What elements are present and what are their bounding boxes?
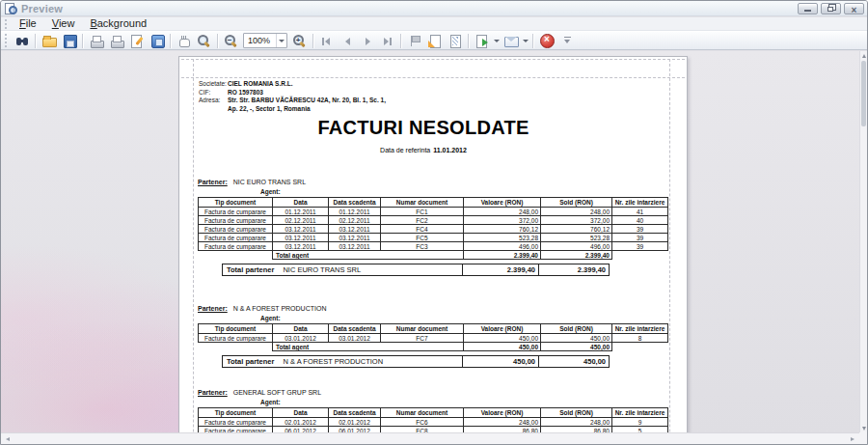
empty-cell <box>199 343 273 351</box>
societate-value: CIEL ROMANIA S.R.L. <box>228 80 387 89</box>
prev-page-button[interactable] <box>337 32 357 49</box>
report-page: Societate: CIEL ROMANIA S.R.L. CIF: RO 1… <box>178 56 688 432</box>
toolbar-separator <box>82 34 83 48</box>
invoice-cell: 03.12.2011 <box>273 242 329 251</box>
column-header: Data scadenta <box>329 198 381 208</box>
quick-print-button[interactable] <box>106 32 126 49</box>
invoice-row: Factura de cumparare02.12.201102.12.2011… <box>199 216 668 225</box>
adresa-value: Str. Str. BARBU VĂCĂRESCU 42A, Nr. 20, B… <box>228 97 387 113</box>
total-agent-cell: Total agent <box>273 251 464 260</box>
menubar-grip-handle[interactable] <box>5 19 8 29</box>
edit-page-button[interactable] <box>147 32 167 49</box>
magnifier-button[interactable] <box>194 32 214 49</box>
invoice-row: Factura de cumparare01.12.201101.12.2011… <box>199 208 668 216</box>
empty-cell <box>199 251 273 260</box>
invoice-cell: 760,12 <box>464 225 541 234</box>
invoice-cell: FC7 <box>381 334 464 343</box>
email-button[interactable] <box>501 32 521 49</box>
app-icon <box>4 2 17 14</box>
email-dropdown[interactable] <box>521 32 529 49</box>
scroll-left-button[interactable] <box>3 433 13 444</box>
zoom-in-button[interactable] <box>289 32 310 49</box>
first-page-button[interactable] <box>316 32 337 49</box>
next-page-button[interactable] <box>357 32 377 49</box>
toolbar-grip-handle[interactable] <box>5 34 8 47</box>
zoom-out-button[interactable] <box>221 32 241 49</box>
menu-view[interactable]: View <box>44 17 83 30</box>
menu-file[interactable]: File <box>12 17 44 30</box>
quick-print-icon <box>109 34 124 48</box>
invoice-cell: 03.12.2011 <box>329 234 381 242</box>
find-button[interactable] <box>12 32 32 49</box>
column-header: Nr. zile intarziere <box>612 324 668 334</box>
total-partener-label: Total partener <box>223 357 274 366</box>
export-button[interactable] <box>472 32 492 49</box>
open-icon <box>41 34 57 48</box>
total-partener-valoare: 450,00 <box>462 355 539 368</box>
menu-background[interactable]: Background <box>82 17 154 30</box>
chevron-down-icon <box>523 40 529 42</box>
toolbar-separator <box>35 34 36 48</box>
open-button[interactable] <box>39 32 59 49</box>
vertical-scrollbar-thumb[interactable] <box>861 61 866 126</box>
column-header: Numar document <box>381 198 464 208</box>
total-partener-box: Total partener NIC EURO TRANS SRL <box>222 264 463 276</box>
agent-label: Agent: <box>260 399 689 407</box>
empty-cell <box>612 343 668 351</box>
report-title: FACTURI NESOLDATE <box>179 117 667 139</box>
column-header: Nr. zile intarziere <box>612 408 668 418</box>
column-header: Sold (RON) <box>541 198 612 208</box>
print-dialog-button[interactable] <box>86 32 106 49</box>
partener-section: Partener:GENERAL SOFT GRUP SRL Agent: Ti… <box>179 389 689 432</box>
total-agent-cell: 2.399,40 <box>541 251 612 260</box>
total-agent-row: Total agent2.399,402.399,40 <box>199 251 668 260</box>
close-button[interactable] <box>536 32 556 49</box>
print-dialog-icon <box>89 34 104 48</box>
overflow-button[interactable] <box>556 32 577 49</box>
invoice-cell: 248,00 <box>464 418 541 427</box>
last-page-button[interactable] <box>377 32 397 49</box>
close-button[interactable] <box>844 3 864 14</box>
zoom-dropdown-arrow[interactable] <box>276 34 286 47</box>
hand-tool-button[interactable] <box>174 32 194 49</box>
bookmarks-button[interactable] <box>404 32 424 49</box>
watermark-button[interactable] <box>445 32 465 49</box>
company-header: Societate: CIEL ROMANIA S.R.L. CIF: RO 1… <box>199 80 411 113</box>
empty-cell <box>612 251 668 260</box>
invoice-cell: Factura de cumparare <box>199 418 273 427</box>
save-button[interactable] <box>59 32 79 49</box>
reference-date-value: 11.01.2012 <box>433 147 467 153</box>
total-partener-row: Total partener N & A FOREST PRODUCTION 4… <box>222 355 689 368</box>
restore-button[interactable] <box>821 3 841 14</box>
page-setup-button[interactable] <box>126 32 147 49</box>
invoice-cell: 02.12.2011 <box>273 216 329 225</box>
total-partener-row: Total partener NIC EURO TRANS SRL 2.399,… <box>222 264 689 276</box>
export-dropdown[interactable] <box>492 32 501 49</box>
total-agent-cell: 450,00 <box>541 343 612 351</box>
zoom-level-combobox[interactable]: 100% <box>243 33 287 48</box>
column-header: Data scadenta <box>329 324 381 334</box>
column-header: Tip document <box>199 198 273 208</box>
last-page-icon <box>380 34 395 48</box>
scroll-up-button[interactable] <box>860 51 868 60</box>
close-icon <box>852 0 857 17</box>
invoice-cell: 39 <box>612 234 668 242</box>
scroll-right-button[interactable] <box>848 433 857 444</box>
invoice-cell: 523,28 <box>464 234 541 242</box>
minimize-icon <box>804 10 811 12</box>
invoice-cell: FC5 <box>381 234 464 242</box>
minimize-button[interactable] <box>798 3 818 14</box>
column-header: Numar document <box>381 408 464 418</box>
zoom-in-glyph <box>293 35 304 45</box>
horizontal-scrollbar <box>1 432 859 444</box>
invoice-cell: 523,28 <box>541 234 612 242</box>
partener-label: Partener: <box>198 179 228 185</box>
societate-label: Societate: <box>199 80 228 89</box>
scroll-down-button[interactable] <box>860 424 868 432</box>
zoom-out-glyph <box>225 35 235 45</box>
invoice-cell: 01.12.2011 <box>329 208 381 216</box>
total-partener-name: N & A FOREST PRODUCTION <box>283 357 383 366</box>
edit-watermark-button[interactable] <box>424 32 445 49</box>
total-agent-row: Total agent450,00450,00 <box>199 343 668 351</box>
margin-guide-top <box>181 59 685 60</box>
